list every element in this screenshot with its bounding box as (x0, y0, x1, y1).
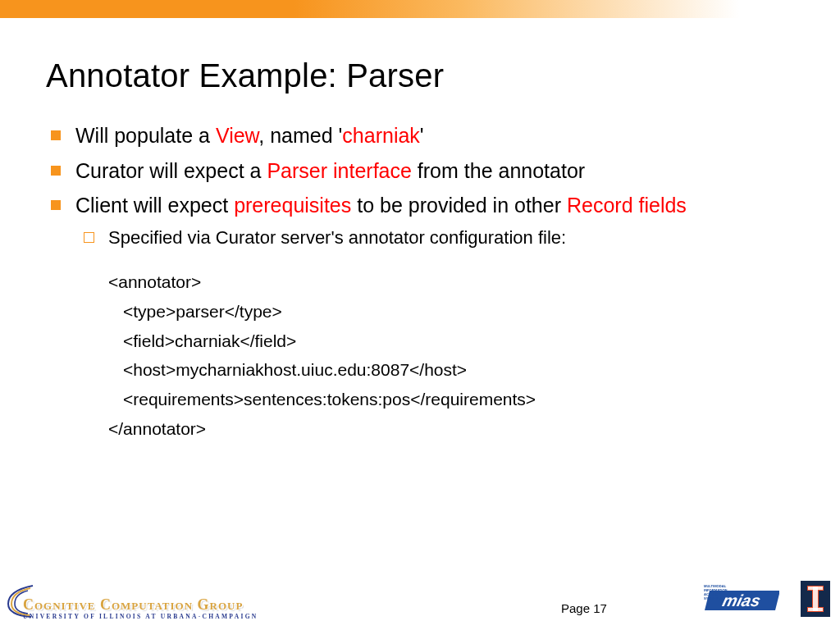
bullet-list: Will populate a View, named 'charniak' C… (46, 122, 794, 249)
text: Will populate a (75, 124, 216, 147)
ccg-logo: Cognitive Computation Group University o… (7, 596, 258, 620)
highlight-charniak: charniak (342, 124, 420, 147)
highlight-view: View (216, 124, 258, 147)
slide-content: Annotator Example: Parser Will populate … (0, 18, 840, 443)
svg-text:SYNTHESIS: SYNTHESIS (704, 596, 723, 600)
text: Client will expect (75, 194, 234, 217)
slide-title: Annotator Example: Parser (46, 57, 794, 94)
text: to be provided in other (351, 194, 567, 217)
text: from the annotator (412, 159, 585, 182)
code-line: <annotator> (108, 272, 201, 291)
highlight-parser-interface: Parser interface (267, 159, 411, 182)
sub-bullet-item: Specified via Curator server's annotator… (75, 226, 794, 250)
code-line: </annotator> (108, 419, 206, 438)
code-line: <field>charniak</field> (108, 326, 794, 356)
ccg-title: Cognitive Computation Group (23, 596, 258, 614)
ccg-swoosh-icon (3, 582, 38, 619)
mias-logo: mias MULTIMODAL INFORMATION ACCESS & SYN… (689, 581, 779, 619)
svg-rect-10 (813, 587, 818, 611)
illinois-logo-icon (799, 579, 832, 619)
svg-rect-11 (808, 608, 823, 611)
bullet-item-2: Curator will expect a Parser interface f… (46, 158, 794, 185)
bullet-item-1: Will populate a View, named 'charniak' (46, 122, 794, 149)
page-number: Page 17 (561, 601, 607, 615)
slide-footer: Cognitive Computation Group University o… (0, 574, 840, 623)
highlight-prerequisites: prerequisites (234, 194, 351, 217)
xml-code-block: <annotator> <type>parser</type> <field>c… (108, 267, 794, 443)
ccg-subtitle: University of Illinois at Urbana-Champai… (23, 613, 258, 620)
mias-text: mias (721, 591, 763, 609)
text: ' (420, 124, 424, 147)
code-line: <requirements>sentences:tokens:pos</requ… (108, 385, 794, 414)
bullet-item-3: Client will expect prerequisites to be p… (46, 192, 794, 249)
code-line: <type>parser</type> (108, 297, 794, 326)
sub-bullet-list: Specified via Curator server's annotator… (75, 226, 794, 250)
text: Curator will expect a (75, 159, 267, 182)
highlight-record-fields: Record fields (567, 194, 687, 217)
code-line: <host>mycharniakhost.uiuc.edu:8087</host… (108, 355, 794, 385)
text: , named ' (258, 124, 342, 147)
header-gradient-bar (0, 0, 840, 18)
